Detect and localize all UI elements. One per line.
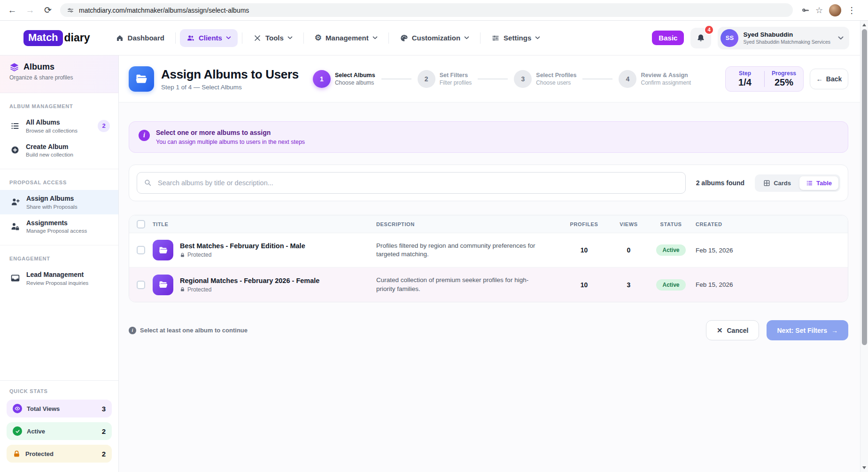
nav-settings-label: Settings [504, 34, 531, 42]
select-all-checkbox[interactable] [137, 220, 145, 228]
item-title: Create Album [26, 143, 73, 151]
section-proposal-access: PROPOSAL ACCESS Assign Albums Share with… [0, 169, 118, 245]
step-1-select-albums: 1 Select Albums Choose albums [313, 70, 375, 88]
banner-subtitle: You can assign multiple albums to users … [156, 139, 305, 145]
gear-icon: ⚙ [315, 34, 322, 42]
browser-forward-icon[interactable]: → [24, 5, 36, 16]
user-menu[interactable]: SS Syed Shabuddin Syed Shabuddin Matchma… [718, 27, 849, 49]
home-icon [116, 34, 124, 42]
view-toggle: Cards Table [755, 174, 840, 192]
sidebar-item-lead-management[interactable]: Lead Management Review Proposal inquirie… [0, 266, 118, 291]
sidebar-header: Albums Organize & share profiles [0, 55, 118, 93]
page-title: Assign Albums to Users [161, 67, 299, 82]
nav-dashboard[interactable]: Dashboard [109, 29, 171, 47]
cards-view-button[interactable]: Cards [757, 176, 798, 190]
nav-divider [303, 32, 304, 44]
albums-table: TITLE DESCRIPTION PROFILES VIEWS STATUS … [129, 215, 848, 302]
scrollbar-thumb[interactable] [862, 29, 867, 345]
arrow-right-icon: → [831, 327, 838, 334]
chevron-down-icon [226, 36, 231, 39]
section-engagement: ENGAGEMENT Lead Management Review Propos… [0, 245, 118, 380]
page-subtitle: Step 1 of 4 — Select Albums [161, 84, 299, 91]
layers-icon [9, 62, 19, 72]
created-date: Feb 15, 2026 [696, 247, 848, 254]
nav-dashboard-label: Dashboard [128, 34, 164, 42]
step-connector [582, 79, 612, 79]
section-label: PROPOSAL ACCESS [0, 180, 118, 185]
chevron-down-icon [464, 36, 469, 39]
sidebar-item-assign-albums[interactable]: Assign Albums Share with Proposals [0, 190, 118, 214]
col-status: STATUS [646, 221, 696, 227]
nav-clients[interactable]: Clients [180, 29, 238, 47]
stat-protected: Protected 2 [7, 445, 112, 463]
cancel-button[interactable]: ✕ Cancel [706, 320, 760, 340]
step-label: Step [726, 70, 764, 77]
browser-profile-avatar[interactable] [829, 4, 841, 16]
eye-icon [15, 406, 20, 411]
grid-icon [763, 180, 770, 187]
browser-menu-icon[interactable]: ⋮ [847, 5, 856, 16]
table-list-icon [806, 180, 813, 187]
back-button[interactable]: ← Back [810, 69, 848, 89]
nav-management[interactable]: ⚙ Management [308, 29, 384, 47]
check-icon [15, 429, 20, 434]
table-view-button[interactable]: Table [799, 176, 838, 190]
bookmark-star-icon[interactable]: ☆ [815, 5, 823, 16]
browser-back-icon[interactable]: ← [7, 5, 18, 16]
back-label: Back [826, 75, 842, 83]
search-input[interactable] [137, 172, 686, 194]
app-logo[interactable]: Match diary [23, 30, 90, 46]
sidebar-item-create-album[interactable]: Create Album Build new collection [0, 138, 118, 163]
cards-label: Cards [774, 180, 791, 187]
plan-badge[interactable]: Basic [652, 31, 684, 45]
cancel-label: Cancel [727, 327, 748, 334]
col-profiles: PROFILES [557, 221, 611, 227]
notifications-button[interactable]: 4 [690, 28, 711, 48]
sidebar-item-all-albums[interactable]: All Albums Browse all collections 2 [0, 114, 118, 138]
site-settings-icon[interactable] [67, 7, 74, 14]
step-number: 4 [619, 70, 636, 88]
page-scrollbar[interactable] [860, 21, 868, 472]
address-bar[interactable]: matchdiary.com/matchmaker/albums/assign/… [60, 3, 793, 17]
row-checkbox[interactable] [137, 281, 145, 289]
step-title: Select Albums [335, 71, 375, 79]
browser-reload-icon[interactable]: ⟳ [42, 5, 54, 16]
album-title: Best Matches - February Edition - Male [180, 242, 305, 250]
stat-label: Total Views [27, 405, 60, 412]
protected-label: Protected [187, 252, 211, 258]
lock-icon [180, 287, 185, 292]
arrow-left-icon: ← [816, 75, 823, 83]
row-checkbox[interactable] [137, 246, 145, 254]
main-content: Assign Albums to Users Step 1 of 4 — Sel… [119, 55, 868, 472]
nav-divider [175, 32, 176, 44]
sidebar-item-assignments[interactable]: Assignments Manage Proposal access [0, 214, 118, 239]
table-row[interactable]: Best Matches - February Edition - Male P… [129, 233, 848, 267]
password-key-icon[interactable] [801, 6, 809, 14]
count-badge: 2 [98, 120, 110, 132]
avatar: SS [721, 29, 738, 47]
nav-tools-label: Tools [265, 34, 284, 42]
step-connector [381, 79, 411, 79]
person-lock-icon [10, 221, 20, 231]
col-created: CREATED [696, 221, 848, 227]
url-text[interactable]: matchdiary.com/matchmaker/albums/assign/… [79, 7, 249, 14]
scroll-up-icon[interactable] [862, 24, 866, 26]
item-subtitle: Share with Proposals [26, 204, 78, 210]
nav-divider [242, 32, 242, 44]
next-label: Next: Set Filters [777, 327, 827, 334]
nav-tools[interactable]: Tools [247, 29, 299, 47]
nav-settings[interactable]: Settings [485, 29, 547, 47]
col-title: TITLE [153, 221, 376, 227]
nav-customization[interactable]: Customization [393, 29, 476, 47]
step-number: 2 [418, 70, 435, 88]
item-title: All Albums [26, 118, 78, 127]
scroll-down-icon[interactable] [862, 466, 866, 469]
step-4-review-assign: 4 Review & Assign Confirm assignment [619, 70, 691, 88]
stat-active: Active 2 [7, 422, 112, 440]
section-label: ALBUM MANAGEMENT [0, 103, 118, 109]
views-count: 3 [611, 281, 646, 289]
table-row[interactable]: Regional Matches - February 2026 - Femal… [129, 267, 848, 302]
next-set-filters-button[interactable]: Next: Set Filters → [767, 320, 848, 340]
sliders-icon [491, 34, 500, 42]
browser-chrome: ← → ⟳ matchdiary.com/matchmaker/albums/a… [0, 0, 868, 21]
